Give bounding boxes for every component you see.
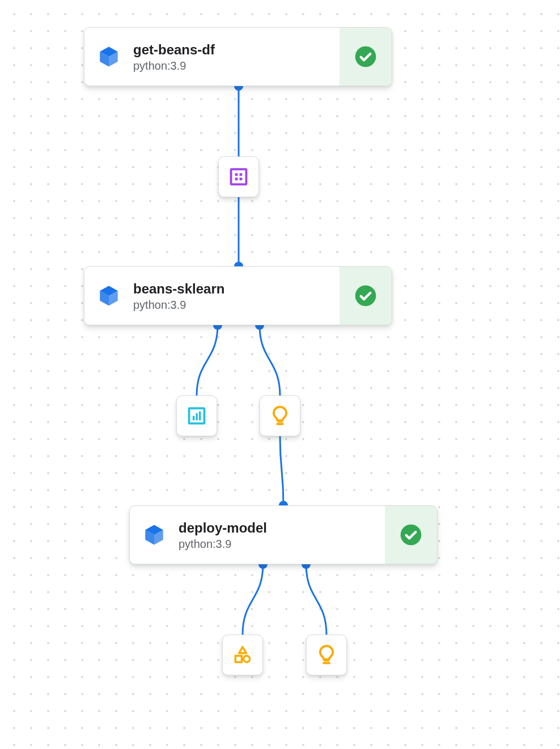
check-circle-icon bbox=[400, 524, 422, 546]
artifact-node-dataset[interactable] bbox=[218, 156, 259, 197]
svg-rect-17 bbox=[199, 411, 201, 420]
svg-rect-16 bbox=[196, 413, 197, 420]
cube-icon bbox=[84, 284, 133, 308]
artifact-node-shapes[interactable] bbox=[222, 635, 263, 675]
task-text: deploy-model python:3.9 bbox=[179, 520, 385, 551]
svg-point-13 bbox=[355, 286, 376, 307]
cube-icon bbox=[130, 523, 179, 547]
task-status-success bbox=[340, 267, 392, 325]
task-title: deploy-model bbox=[179, 520, 385, 537]
svg-rect-19 bbox=[235, 656, 241, 662]
task-node-deploy-model[interactable]: deploy-model python:3.9 bbox=[129, 505, 438, 564]
dataset-icon bbox=[228, 166, 249, 188]
task-text: get-beans-df python:3.9 bbox=[133, 41, 340, 73]
task-node-get-beans-df[interactable]: get-beans-df python:3.9 bbox=[84, 27, 392, 86]
model-icon bbox=[269, 405, 291, 427]
svg-rect-12 bbox=[240, 178, 243, 181]
shapes-icon bbox=[232, 644, 253, 666]
task-subtitle: python:3.9 bbox=[133, 299, 340, 312]
task-node-beans-sklearn[interactable]: beans-sklearn python:3.9 bbox=[84, 266, 392, 325]
task-title: get-beans-df bbox=[133, 41, 340, 58]
svg-point-20 bbox=[244, 656, 250, 662]
task-title: beans-sklearn bbox=[133, 280, 340, 297]
artifact-node-model-2[interactable] bbox=[306, 635, 347, 675]
cube-icon bbox=[84, 45, 133, 69]
task-text: beans-sklearn python:3.9 bbox=[133, 280, 340, 312]
artifact-node-metrics[interactable] bbox=[176, 395, 217, 436]
svg-point-7 bbox=[355, 46, 376, 67]
check-circle-icon bbox=[354, 45, 377, 68]
svg-rect-11 bbox=[235, 178, 238, 181]
svg-point-18 bbox=[401, 525, 422, 546]
svg-rect-8 bbox=[231, 169, 247, 185]
pipeline-edges bbox=[0, 0, 560, 749]
svg-rect-15 bbox=[193, 416, 194, 420]
task-subtitle: python:3.9 bbox=[179, 538, 385, 551]
check-circle-icon bbox=[354, 284, 377, 307]
model-icon bbox=[316, 644, 337, 666]
task-subtitle: python:3.9 bbox=[133, 59, 340, 73]
svg-rect-9 bbox=[235, 173, 238, 176]
artifact-node-model-1[interactable] bbox=[260, 395, 300, 436]
metrics-icon bbox=[186, 405, 207, 427]
pipeline-canvas: get-beans-df python:3.9 bbox=[0, 0, 560, 749]
task-status-success bbox=[385, 506, 437, 564]
svg-rect-10 bbox=[240, 173, 243, 176]
task-status-success bbox=[340, 28, 392, 86]
